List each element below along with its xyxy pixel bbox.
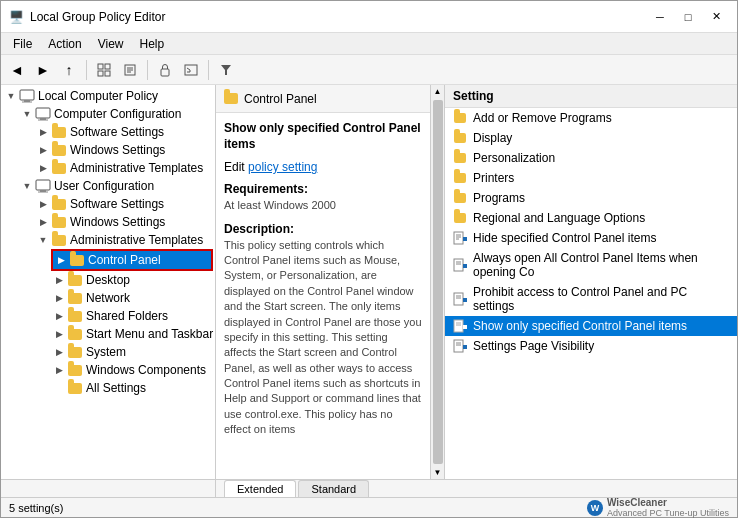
list-policy-icon-show-only: [453, 319, 467, 333]
tree-node-software-cc[interactable]: ▶ Software Settings: [1, 123, 215, 141]
minimize-button[interactable]: ─: [647, 7, 673, 27]
net-expander[interactable]: ▶: [51, 290, 67, 306]
at-cc-expander[interactable]: ▶: [35, 160, 51, 176]
maximize-button[interactable]: □: [675, 7, 701, 27]
list-label-show-only: Show only specified Control Panel items: [473, 319, 687, 333]
sys-expander[interactable]: ▶: [51, 344, 67, 360]
as-folder-icon: [67, 380, 83, 396]
list-label-personalization: Personalization: [473, 151, 555, 165]
tree-node-computer-config[interactable]: ▼ Computer Configuration: [1, 105, 215, 123]
list-item-printers[interactable]: Printers: [445, 168, 737, 188]
list-item-regional[interactable]: Regional and Language Options: [445, 208, 737, 228]
detail-scrollbar[interactable]: ▲ ▼: [431, 85, 445, 479]
root-expander[interactable]: ▼: [3, 88, 19, 104]
list-folder-icon-display: [453, 131, 467, 145]
menu-help[interactable]: Help: [132, 35, 173, 53]
svg-rect-28: [454, 259, 463, 271]
back-button[interactable]: ◄: [5, 58, 29, 82]
scroll-up-arrow[interactable]: ▲: [432, 85, 444, 98]
list-item-display[interactable]: Display: [445, 128, 737, 148]
menu-file[interactable]: File: [5, 35, 40, 53]
list-item-settings-page[interactable]: Settings Page Visibility: [445, 336, 737, 356]
scroll-down-arrow[interactable]: ▼: [432, 466, 444, 479]
computer-tree-icon: [19, 89, 35, 103]
console-icon: [184, 63, 198, 77]
title-bar-left: 🖥️ Local Group Policy Editor: [9, 10, 165, 24]
tree-node-network[interactable]: ▶ Network: [1, 289, 215, 307]
cc-expander[interactable]: ▼: [19, 106, 35, 122]
cp-expander[interactable]: ▶: [53, 252, 69, 268]
sm-expander[interactable]: ▶: [51, 326, 67, 342]
menu-view[interactable]: View: [90, 35, 132, 53]
tree-node-desktop[interactable]: ▶ Desktop: [1, 271, 215, 289]
menu-action[interactable]: Action: [40, 35, 89, 53]
sw-uc-expander[interactable]: ▶: [35, 196, 51, 212]
toolbar-separator-2: [147, 60, 148, 80]
tree-node-system[interactable]: ▶ System: [1, 343, 215, 361]
desk-expander[interactable]: ▶: [51, 272, 67, 288]
tree-node-windows-components[interactable]: ▶ Windows Components: [1, 361, 215, 379]
tree-node-windows-uc[interactable]: ▶ Windows Settings: [1, 213, 215, 231]
list-item-programs[interactable]: Programs: [445, 188, 737, 208]
list-item-hide-specified[interactable]: Hide specified Control Panel items: [445, 228, 737, 248]
wc-folder-icon: [67, 362, 83, 378]
sys-label: System: [86, 345, 126, 359]
at-uc-expander[interactable]: ▼: [35, 232, 51, 248]
tree-node-control-panel[interactable]: ▶ Control Panel: [51, 249, 213, 271]
tree-node-shared-folders[interactable]: ▶ Shared Folders: [1, 307, 215, 325]
wisecleaner-branding: W WiseCleaner Advanced PC Tune-up Utilit…: [587, 497, 729, 518]
list-item-show-only[interactable]: Show only specified Control Panel items: [445, 316, 737, 336]
wc-brand-text: WiseCleaner Advanced PC Tune-up Utilitie…: [607, 497, 729, 518]
forward-button[interactable]: ►: [31, 58, 55, 82]
ws-uc-expander[interactable]: ▶: [35, 214, 51, 230]
list-label-regional: Regional and Language Options: [473, 211, 645, 225]
policy-setting-link[interactable]: policy setting: [248, 160, 317, 174]
tab-extended[interactable]: Extended: [224, 480, 296, 498]
sf-expander[interactable]: ▶: [51, 308, 67, 324]
tree-node-start-menu[interactable]: ▶ Start Menu and Taskbar: [1, 325, 215, 343]
cc-icon: [35, 106, 51, 122]
ws-cc-folder-icon: [51, 142, 67, 158]
sf-label: Shared Folders: [86, 309, 168, 323]
ws-cc-expander[interactable]: ▶: [35, 142, 51, 158]
root-icon: [19, 88, 35, 104]
title-bar-controls: ─ □ ✕: [647, 7, 729, 27]
svg-rect-3: [105, 71, 110, 76]
tree-node-all-settings[interactable]: ▶ All Settings: [1, 379, 215, 397]
wc-brand-name: WiseCleaner: [607, 497, 729, 508]
list-policy-icon-settings-page: [453, 339, 467, 353]
properties-button[interactable]: [118, 58, 142, 82]
desk-label: Desktop: [86, 273, 130, 287]
list-item-prohibit[interactable]: Prohibit access to Control Panel and PC …: [445, 282, 737, 316]
tree-root[interactable]: ▼ Local Computer Policy: [1, 87, 215, 105]
detail-header: Control Panel: [216, 85, 430, 113]
description-label: Description:: [224, 222, 422, 236]
lock-icon: [158, 63, 172, 77]
filter-button[interactable]: [214, 58, 238, 82]
tree-node-admin-cc[interactable]: ▶ Administrative Templates: [1, 159, 215, 177]
main-window: 🖥️ Local Group Policy Editor ─ □ ✕ File …: [0, 0, 738, 518]
list-item-always-open[interactable]: Always open All Control Panel Items when…: [445, 248, 737, 282]
tree-node-software-uc[interactable]: ▶ Software Settings: [1, 195, 215, 213]
policy-doc3-icon: [453, 292, 467, 306]
wc-expander[interactable]: ▶: [51, 362, 67, 378]
list-item-personalization[interactable]: Personalization: [445, 148, 737, 168]
scroll-thumb[interactable]: [433, 100, 443, 464]
tree-node-admin-uc[interactable]: ▼ Administrative Templates: [1, 231, 215, 249]
list-label-add-remove: Add or Remove Programs: [473, 111, 612, 125]
tab-standard[interactable]: Standard: [298, 480, 369, 497]
uc-expander[interactable]: ▼: [19, 178, 35, 194]
console-button[interactable]: [179, 58, 203, 82]
detail-header-folder-icon: [224, 93, 238, 104]
cc-label: Computer Configuration: [54, 107, 181, 121]
sw-cc-expander[interactable]: ▶: [35, 124, 51, 140]
at-uc-folder-icon: [51, 232, 67, 248]
show-hide-button[interactable]: [92, 58, 116, 82]
tree-node-user-config[interactable]: ▼ User Configuration: [1, 177, 215, 195]
lock-button[interactable]: [153, 58, 177, 82]
close-button[interactable]: ✕: [703, 7, 729, 27]
up-button[interactable]: ↑: [57, 58, 81, 82]
toolbar: ◄ ► ↑: [1, 55, 737, 85]
list-item-add-remove[interactable]: Add or Remove Programs: [445, 108, 737, 128]
tree-node-windows-cc[interactable]: ▶ Windows Settings: [1, 141, 215, 159]
